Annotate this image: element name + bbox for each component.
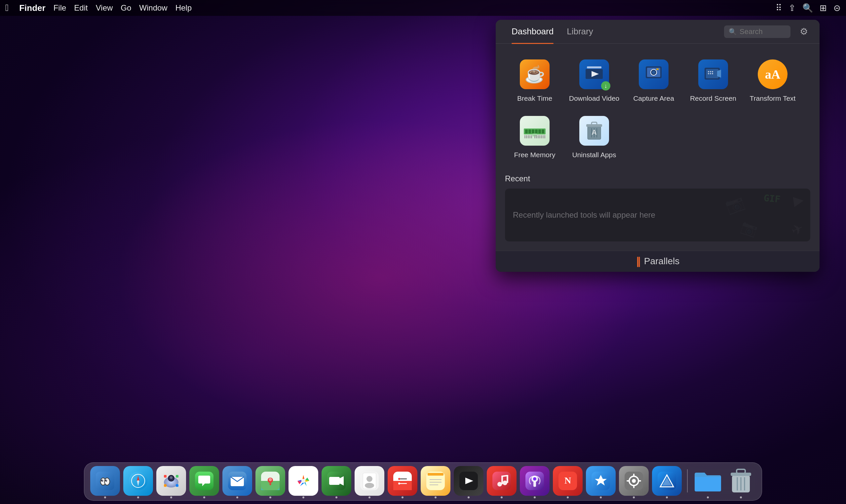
svg-rect-63: [164, 475, 166, 478]
menubar-app-name[interactable]: Finder: [19, 3, 45, 13]
menubar-file[interactable]: File: [54, 3, 67, 13]
svg-point-13: [712, 71, 713, 72]
search-input[interactable]: [740, 28, 786, 36]
menubar-help[interactable]: Help: [175, 3, 192, 13]
svg-rect-35: [543, 135, 544, 138]
svg-rect-27: [528, 135, 529, 138]
svg-point-88: [398, 478, 400, 480]
svg-rect-34: [541, 135, 542, 138]
svg-point-15: [710, 73, 711, 74]
svg-point-51: [105, 480, 107, 482]
dock-contacts[interactable]: [355, 466, 384, 496]
ghost-icon-plane: ✈: [789, 219, 806, 239]
tool-break-time[interactable]: ☕ Break Time: [505, 53, 564, 109]
keyboard-icon[interactable]: ⇪: [789, 3, 796, 13]
dock-photos[interactable]: [288, 466, 318, 496]
tool-record-screen[interactable]: Record Screen: [683, 53, 743, 109]
recent-section: Recent Recently launched tools will appe…: [496, 166, 819, 251]
dock-podcasts[interactable]: [520, 466, 550, 496]
tool-capture-area[interactable]: Capture Area: [624, 53, 683, 109]
break-time-icon: ☕: [520, 59, 550, 89]
parallels-logo: ∥ Parallels: [636, 256, 680, 267]
svg-rect-33: [539, 135, 540, 138]
dock-news[interactable]: N: [553, 466, 583, 496]
menubar:  Finder File Edit View Go Window Help ⠿…: [0, 0, 846, 16]
svg-rect-26: [526, 135, 527, 138]
dock-mail[interactable]: [223, 466, 252, 496]
svg-rect-21: [535, 129, 538, 133]
dock-separator: [687, 469, 688, 492]
svg-text:A: A: [592, 128, 597, 137]
svg-point-101: [503, 481, 507, 485]
tool-uninstall-apps[interactable]: A Uninstall Apps: [564, 109, 624, 166]
svg-rect-31: [536, 135, 537, 138]
dock-folder[interactable]: [693, 466, 723, 496]
dock-messages[interactable]: [189, 466, 219, 496]
panel-search[interactable]: 🔍: [724, 25, 791, 38]
svg-rect-40: [592, 122, 597, 125]
free-memory-icon: [520, 116, 550, 146]
tool-free-memory[interactable]: Free Memory: [505, 109, 564, 166]
tool-download-video[interactable]: ↓ Download Video: [564, 53, 624, 109]
svg-text:N: N: [564, 475, 571, 486]
dock-launchpad[interactable]: [156, 466, 186, 496]
capture-area-icon: [639, 59, 669, 89]
recent-ghost-icons: 📷 GIF ▶ 📷 ✈: [685, 188, 810, 241]
dock-notes[interactable]: [421, 466, 451, 496]
svg-point-114: [632, 479, 636, 483]
dock-appletv[interactable]: [454, 466, 483, 496]
dock-camo[interactable]: [652, 466, 682, 496]
ghost-icon-gif: GIF: [763, 192, 781, 204]
svg-rect-18: [525, 129, 528, 133]
svg-rect-116: [633, 485, 635, 488]
svg-rect-22: [538, 129, 541, 133]
dock-syspreferences[interactable]: [619, 466, 649, 496]
svg-rect-108: [533, 482, 536, 487]
recent-title: Recent: [505, 174, 810, 183]
dock-appstore[interactable]: [586, 466, 616, 496]
svg-rect-118: [638, 480, 641, 482]
menubar-left:  Finder File Edit View Go Window Help: [5, 3, 192, 13]
dock-finder[interactable]: [90, 466, 120, 496]
svg-rect-66: [176, 484, 178, 487]
dock-maps[interactable]: [255, 466, 285, 496]
parallels-logo-text: Parallels: [644, 256, 680, 267]
dock-reminders[interactable]: [388, 466, 417, 496]
apple-menu-icon[interactable]: : [5, 3, 8, 13]
search-icon[interactable]: 🔍: [803, 3, 813, 13]
ghost-icon-camera2: 📷: [739, 218, 759, 238]
svg-point-62: [170, 476, 173, 479]
controlcenter-icon[interactable]: ⊞: [819, 3, 827, 13]
dock-safari[interactable]: [123, 466, 153, 496]
dock-facetime[interactable]: [321, 466, 351, 496]
menubar-go[interactable]: Go: [121, 3, 131, 13]
svg-rect-80: [329, 477, 340, 485]
settings-button[interactable]: ⚙: [797, 25, 810, 38]
parallels-menubar-icon[interactable]: ⠿: [776, 3, 782, 13]
svg-rect-0: [587, 66, 601, 68]
tool-transform-text[interactable]: aA Transform Text: [743, 53, 803, 109]
record-screen-icon: [698, 59, 728, 89]
svg-point-6: [652, 71, 655, 74]
notification-icon[interactable]: ⊝: [833, 3, 841, 13]
dock-music[interactable]: [487, 466, 516, 496]
svg-point-84: [367, 476, 372, 482]
svg-marker-10: [717, 70, 721, 78]
svg-rect-30: [534, 135, 535, 138]
svg-point-53: [106, 480, 107, 481]
menubar-right: ⠿ ⇪ 🔍 ⊞ ⊝: [776, 3, 841, 13]
menubar-view[interactable]: View: [96, 3, 113, 13]
svg-rect-23: [542, 129, 544, 133]
tools-grid: ☕ Break Time ↓ Download Video: [496, 43, 819, 166]
svg-point-107: [533, 477, 536, 481]
svg-rect-32: [538, 135, 539, 138]
panel-tabs: Dashboard Library: [505, 24, 718, 39]
tab-library[interactable]: Library: [560, 24, 599, 39]
ghost-icon-camera: 📷: [723, 192, 746, 215]
menubar-edit[interactable]: Edit: [74, 3, 88, 13]
svg-point-100: [497, 482, 502, 486]
svg-rect-29: [531, 135, 532, 138]
tab-dashboard[interactable]: Dashboard: [505, 24, 560, 39]
dock-trash[interactable]: [726, 466, 756, 496]
menubar-window[interactable]: Window: [139, 3, 167, 13]
